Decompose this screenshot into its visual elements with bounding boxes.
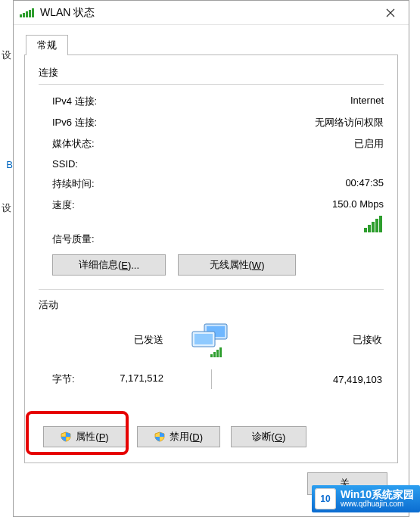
bg-text: B [6,159,13,170]
diagnose-button[interactable]: 诊断(G) [231,426,306,447]
separator [211,369,212,389]
wifi-icon [20,8,34,17]
bytes-sent: 7,171,512 [120,372,177,386]
ipv4-value: Internet [350,95,384,108]
section-activity-title: 活动 [39,298,63,312]
duration-value: 00:47:35 [345,177,384,191]
shield-icon [61,431,71,442]
signal-bars-icon [364,216,382,232]
watermark: 10 Win10系统家园 www.qdhuajin.com [312,485,420,512]
ssid-label: SSID: [52,158,78,170]
watermark-logo: 10 [315,488,336,509]
speed-value: 150.0 Mbps [332,198,384,212]
bg-text: 设 [2,201,11,215]
tab-general[interactable]: 常规 [26,35,68,55]
window-title: WLAN 状态 [40,6,374,20]
svg-rect-7 [219,347,222,357]
titlebar[interactable]: WLAN 状态 [14,1,409,25]
bytes-received: 47,419,103 [245,374,384,385]
tab-pane: 连接 IPv4 连接:Internet IPv6 连接:无网络访问权限 媒体状态… [24,55,398,463]
bytes-label: 字节: [39,372,75,386]
svg-rect-5 [213,352,216,357]
svg-rect-4 [210,354,213,357]
tabstrip: 常规 [24,34,398,55]
shield-icon [154,431,165,442]
properties-button[interactable]: 属性(P) [43,426,126,447]
media-label: 媒体状态: [52,137,95,151]
bg-text: 设 [2,48,11,62]
svg-rect-3 [194,334,213,344]
ipv6-value: 无网络访问权限 [315,116,384,129]
wlan-status-window: WLAN 状态 常规 连接 IPv4 连接:Internet IPv6 连接:无… [13,0,409,517]
section-connection-title: 连接 [39,66,384,79]
duration-label: 持续时间: [52,177,95,191]
ipv6-label: IPv6 连接: [52,116,97,129]
divider [39,289,384,290]
sent-label: 已发送 [39,333,177,347]
close-button[interactable] [374,2,407,24]
media-value: 已启用 [354,137,384,151]
divider [39,84,384,85]
disable-button[interactable]: 禁用(D) [137,426,220,447]
network-activity-icon [177,321,245,359]
watermark-url: www.qdhuajin.com [341,500,414,509]
signal-label: 信号质量: [52,232,95,246]
wireless-properties-button[interactable]: 无线属性(W) [178,254,296,276]
svg-rect-6 [216,350,219,357]
background-fragment: 设 B 设 [0,0,13,517]
watermark-brand: Win10系统家园 [341,489,414,500]
recv-label: 已接收 [245,333,384,347]
ipv4-label: IPv4 连接: [52,95,97,108]
speed-label: 速度: [52,198,75,212]
details-button[interactable]: 详细信息(E)... [52,254,166,276]
